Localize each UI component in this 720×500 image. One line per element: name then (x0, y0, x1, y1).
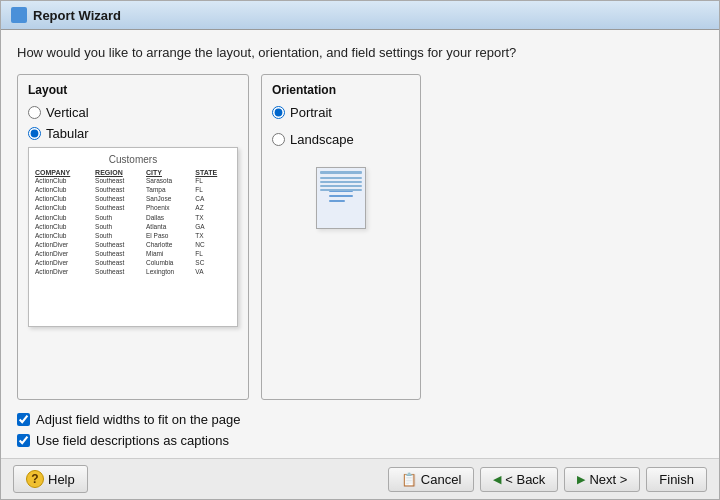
orientation-group-title: Orientation (272, 83, 410, 97)
use-descriptions-row[interactable]: Use field descriptions as captions (17, 433, 703, 448)
svg-rect-2 (329, 200, 345, 202)
cancel-button[interactable]: 📋 Cancel (388, 467, 474, 492)
table-row: ActionDiverSoutheastColumbiaSC (33, 258, 233, 267)
layout-group: Layout Vertical Tabular Customers (17, 74, 249, 400)
next-label: Next > (589, 472, 627, 487)
orientation-icon-area (272, 167, 410, 229)
dialog-body: How would you like to arrange the layout… (1, 30, 719, 458)
lines-icon (327, 188, 355, 208)
finish-button[interactable]: Finish (646, 467, 707, 492)
col-company: COMPANY (33, 169, 93, 176)
table-row: ActionClubSoutheastPhoenixAZ (33, 203, 233, 212)
tabular-radio-row[interactable]: Tabular (28, 126, 238, 141)
table-row: ActionClubSouthDallasTX (33, 213, 233, 222)
footer-left: ? Help (13, 465, 88, 493)
table-row: ActionDiverSoutheastCharlotteNC (33, 240, 233, 249)
vertical-radio[interactable] (28, 106, 41, 119)
cancel-icon: 📋 (401, 472, 417, 487)
table-row: ActionClubSoutheastTampaFL (33, 185, 233, 194)
portrait-radio[interactable] (272, 106, 285, 119)
layout-group-title: Layout (28, 83, 238, 97)
table-row: ActionDiverSoutheastMiamiFL (33, 249, 233, 258)
svg-rect-1 (329, 195, 353, 197)
tabular-radio[interactable] (28, 127, 41, 140)
back-button[interactable]: ◀ < Back (480, 467, 558, 492)
orientation-options: Portrait Landscape (272, 105, 410, 153)
adjust-widths-checkbox[interactable] (17, 413, 30, 426)
preview-title: Customers (33, 154, 233, 165)
dialog-title: Report Wizard (33, 8, 121, 23)
help-button[interactable]: ? Help (13, 465, 88, 493)
portrait-label[interactable]: Portrait (290, 105, 332, 120)
table-row: ActionClubSouthAtlantaGA (33, 222, 233, 231)
use-descriptions-checkbox[interactable] (17, 434, 30, 447)
title-bar: Report Wizard (1, 1, 719, 30)
footer-right: 📋 Cancel ◀ < Back ▶ Next > Finish (388, 467, 707, 492)
next-arrow-icon: ▶ (577, 473, 585, 486)
title-bar-icon (11, 7, 27, 23)
col-city: CITY (144, 169, 193, 176)
finish-label: Finish (659, 472, 694, 487)
orientation-group: Orientation Portrait Landscape (261, 74, 421, 400)
col-region: REGION (93, 169, 144, 176)
main-section: Layout Vertical Tabular Customers (17, 74, 703, 400)
landscape-label[interactable]: Landscape (290, 132, 354, 147)
page-portrait-icon (316, 167, 366, 229)
landscape-radio[interactable] (272, 133, 285, 146)
dialog-footer: ? Help 📋 Cancel ◀ < Back ▶ Next > Finish (1, 458, 719, 499)
col-state: STATE (193, 169, 233, 176)
table-row: ActionClubSoutheastSarasotaFL (33, 176, 233, 185)
checkboxes-section: Adjust field widths to fit on the page U… (17, 412, 703, 448)
back-label: < Back (505, 472, 545, 487)
landscape-radio-row[interactable]: Landscape (272, 132, 410, 147)
help-icon: ? (26, 470, 44, 488)
table-row: ActionClubSoutheastSanJoseCA (33, 194, 233, 203)
preview-table: COMPANY REGION CITY STATE ActionClubSout… (33, 169, 233, 276)
vertical-radio-row[interactable]: Vertical (28, 105, 238, 120)
adjust-widths-row[interactable]: Adjust field widths to fit on the page (17, 412, 703, 427)
portrait-radio-row[interactable]: Portrait (272, 105, 410, 120)
tabular-label[interactable]: Tabular (46, 126, 89, 141)
layout-preview: Customers COMPANY REGION CITY STATE (28, 147, 238, 327)
use-descriptions-label[interactable]: Use field descriptions as captions (36, 433, 229, 448)
adjust-widths-label[interactable]: Adjust field widths to fit on the page (36, 412, 241, 427)
report-wizard-dialog: Report Wizard How would you like to arra… (0, 0, 720, 500)
cancel-label: Cancel (421, 472, 461, 487)
table-row: ActionClubSouthEl PasoTX (33, 231, 233, 240)
help-label: Help (48, 472, 75, 487)
svg-rect-0 (329, 190, 353, 192)
next-button[interactable]: ▶ Next > (564, 467, 640, 492)
table-row: ActionDiverSoutheastLexingtonVA (33, 267, 233, 276)
vertical-label[interactable]: Vertical (46, 105, 89, 120)
wizard-question: How would you like to arrange the layout… (17, 44, 703, 62)
back-arrow-icon: ◀ (493, 473, 501, 486)
